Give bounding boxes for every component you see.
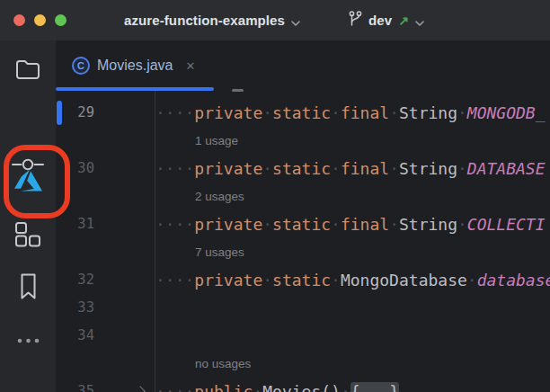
tab-movies-java[interactable]: C Movies.java ✕ xyxy=(56,40,214,91)
token-ws: · xyxy=(253,382,262,392)
code-line[interactable]: 35····public·Movies()·{...} xyxy=(56,378,550,392)
code-line[interactable]: 29····private·static·final·String·MONGOD… xyxy=(56,99,550,127)
line-number[interactable]: 31 xyxy=(56,210,94,238)
usage-inlay[interactable]: 7 usages xyxy=(56,238,550,266)
code-rows: 29····private·static·final·String·MONGOD… xyxy=(56,99,550,392)
token-kw: static xyxy=(272,159,331,178)
token-ws: ···· xyxy=(155,159,194,178)
token-ws: · xyxy=(467,271,477,290)
push-arrow-icon: ↗ xyxy=(398,14,409,27)
token-cn: MONGODB_ xyxy=(467,103,546,122)
token-kw: static xyxy=(272,271,331,290)
sidebar-item-bookmarks[interactable] xyxy=(0,272,56,303)
project-selector[interactable]: azure-function-examples xyxy=(124,0,300,40)
token-ws: · xyxy=(331,271,341,290)
token-kw: public xyxy=(194,382,253,392)
folded-region[interactable]: {...} xyxy=(350,382,399,392)
token-ws: · xyxy=(262,159,272,178)
squares-icon xyxy=(14,221,41,251)
token-kw: static xyxy=(272,103,331,122)
activity-bar xyxy=(0,40,56,392)
token-ws: · xyxy=(341,382,350,392)
minimize-window-button[interactable] xyxy=(34,14,46,26)
usage-hint-text: 1 usage xyxy=(195,127,238,155)
token-kw: private xyxy=(194,159,262,178)
token-cn: database xyxy=(477,271,550,290)
token-ws: · xyxy=(457,103,467,122)
usage-hint-text: 7 usages xyxy=(195,238,244,266)
token-ws: · xyxy=(262,103,272,122)
ide-window: azure-function-examples dev ↗ xyxy=(0,0,550,392)
branch-name: dev xyxy=(368,13,392,28)
line-number[interactable]: 30 xyxy=(56,155,94,183)
token-ws: ···· xyxy=(155,271,194,290)
window-controls xyxy=(13,14,67,26)
bookmark-icon xyxy=(19,272,38,304)
usage-inlay[interactable]: no usages xyxy=(56,350,550,378)
token-kw: private xyxy=(194,215,262,234)
token-ws: · xyxy=(389,159,399,178)
token-ws: · xyxy=(262,271,272,290)
git-branch-icon xyxy=(349,11,362,31)
close-tab-icon[interactable]: ✕ xyxy=(185,59,195,73)
token-cn: DATABASE xyxy=(467,159,546,178)
code-line[interactable]: 34 xyxy=(56,322,550,350)
active-tab-underline xyxy=(56,87,214,91)
token-kw: final xyxy=(341,103,389,122)
code-text: ····public·Movies()·{...} xyxy=(155,378,399,392)
sidebar-item-azure[interactable] xyxy=(0,166,56,197)
code-line[interactable]: 30····private·static·final·String·DATABA… xyxy=(56,155,550,183)
editor-area: C Movies.java ✕ 29····private·static·fin… xyxy=(56,40,550,392)
code-text: ····private·static·final·String·COLLECTI xyxy=(155,210,546,238)
token-pl: String xyxy=(399,103,457,122)
token-pl: Movies() xyxy=(262,382,341,392)
project-name: azure-function-examples xyxy=(124,13,285,28)
tab-label: Movies.java xyxy=(97,58,173,74)
token-kw: final xyxy=(341,215,389,234)
token-ws: · xyxy=(331,103,341,122)
line-number[interactable]: 33 xyxy=(56,294,94,322)
token-ws: · xyxy=(389,103,399,122)
chevron-down-icon xyxy=(415,13,424,30)
token-pl: MongoDatabase xyxy=(341,271,467,290)
code-line[interactable]: 32····private·static·MongoDatabase·datab… xyxy=(56,266,550,294)
usage-inlay[interactable]: 2 usages xyxy=(56,183,550,210)
token-kw: private xyxy=(194,103,262,122)
token-pl: String xyxy=(399,215,457,234)
line-number[interactable]: 29 xyxy=(56,99,94,127)
token-cn: COLLECTI xyxy=(467,215,546,234)
azure-icon xyxy=(14,166,42,198)
line-number[interactable]: 35 xyxy=(56,378,94,392)
sidebar-item-more[interactable] xyxy=(0,325,56,355)
zoom-window-button[interactable] xyxy=(55,14,67,26)
code-line[interactable]: 31····private·static·final·String·COLLEC… xyxy=(56,210,550,238)
token-ws: · xyxy=(331,159,341,178)
token-kw: static xyxy=(272,215,331,234)
code-line[interactable]: 33 xyxy=(56,294,550,322)
line-number[interactable]: 32 xyxy=(56,266,94,294)
close-window-button[interactable] xyxy=(13,14,25,26)
token-ws: · xyxy=(331,215,341,234)
token-ws: · xyxy=(457,159,467,178)
code-text: ····private·static·final·String·MONGODB_ xyxy=(155,99,546,127)
branch-selector[interactable]: dev ↗ xyxy=(349,0,424,40)
chevron-down-icon xyxy=(291,13,300,30)
token-ws: · xyxy=(457,215,467,234)
code-text: ····private·static·final·String·DATABASE xyxy=(155,155,546,183)
usage-hint-text: no usages xyxy=(195,350,251,378)
line-number[interactable]: 34 xyxy=(56,322,94,350)
token-ws: · xyxy=(262,215,272,234)
sidebar-item-project[interactable] xyxy=(0,56,56,86)
token-ws: ···· xyxy=(155,103,194,122)
token-ws: ···· xyxy=(155,215,194,234)
folder-icon xyxy=(15,59,40,84)
token-ws: · xyxy=(389,215,399,234)
token-kw: final xyxy=(341,159,389,178)
ellipsis-icon xyxy=(16,332,40,348)
fold-chevron-icon[interactable] xyxy=(135,386,145,392)
sidebar-item-structure[interactable] xyxy=(0,220,56,251)
java-class-icon: C xyxy=(72,57,90,75)
usage-inlay[interactable]: 1 usage xyxy=(56,127,550,155)
code-text: ····private·static·MongoDatabase·databas… xyxy=(155,266,550,294)
token-ws: ···· xyxy=(155,382,194,392)
